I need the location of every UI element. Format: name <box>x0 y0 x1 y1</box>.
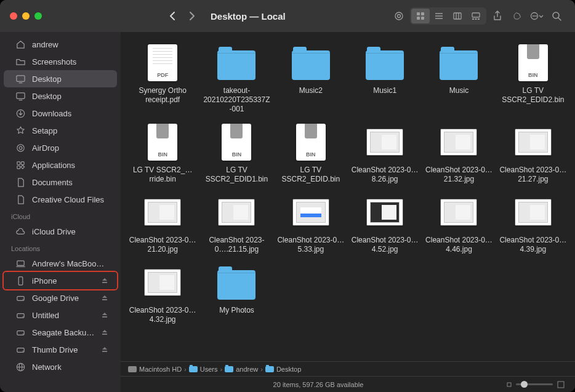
svg-line-21 <box>558 18 561 20</box>
gallery-view-button[interactable] <box>467 9 485 23</box>
list-view-button[interactable] <box>430 9 448 23</box>
sidebar-item-airdrop[interactable]: AirDrop <box>4 139 117 156</box>
eject-icon[interactable] <box>101 294 110 302</box>
sidebar-item-desktop[interactable]: Desktop <box>4 87 117 105</box>
search-button[interactable] <box>548 7 565 25</box>
file-item[interactable]: LG TV SSCR2_EDID2.bin <box>497 43 569 114</box>
laptop-icon <box>15 258 26 269</box>
sidebar-section-locations: Locations <box>0 240 121 255</box>
column-view-button[interactable] <box>448 9 467 23</box>
path-label: andrew <box>236 366 258 373</box>
path-component[interactable]: Macintosh HD <box>128 366 182 373</box>
path-component[interactable]: Desktop <box>265 366 301 373</box>
sidebar-item-creative-cloud-files[interactable]: Creative Cloud Files <box>4 191 117 208</box>
drive-icon <box>128 366 137 372</box>
svg-rect-24 <box>16 92 24 98</box>
file-item[interactable]: Music <box>423 43 494 114</box>
action-menu-button[interactable] <box>528 7 545 25</box>
zoom-thumb[interactable] <box>521 381 528 388</box>
view-mode-group <box>410 7 486 25</box>
eject-icon[interactable] <box>101 346 110 353</box>
eject-icon[interactable] <box>101 277 110 284</box>
file-label: CleanShot 2023-0…8.26.jpg <box>351 166 419 184</box>
back-button[interactable] <box>164 7 181 25</box>
tag-button[interactable] <box>509 7 526 25</box>
file-label: CleanShot 2023-0…5.33.jpg <box>277 236 345 254</box>
svg-point-0 <box>395 12 403 20</box>
sidebar-item-documents[interactable]: Documents <box>4 174 117 191</box>
icon-view-button[interactable] <box>411 9 430 23</box>
minimize-button[interactable] <box>22 12 30 20</box>
file-item[interactable]: CleanShot 2023-0…21.27.jpg <box>497 122 569 184</box>
path-separator: › <box>220 366 222 373</box>
file-item[interactable]: CleanShot 2023-0…4.52.jpg <box>349 193 420 254</box>
jpg-icon <box>218 199 255 226</box>
bin-icon <box>518 44 548 81</box>
file-item[interactable]: CleanShot 2023-0…21.32.jpg <box>423 122 494 184</box>
svg-rect-3 <box>421 12 424 15</box>
sidebar-item-thumb-drive[interactable]: Thumb Drive <box>4 341 117 358</box>
path-label: Users <box>200 366 218 373</box>
sidebar-item-label: Network <box>32 362 110 372</box>
sidebar-item-andrew-s-macboo-[interactable]: Andrew's MacBoo… <box>4 255 117 272</box>
path-component[interactable]: andrew <box>225 366 258 373</box>
sidebar-item-network[interactable]: Network <box>4 358 117 375</box>
airdrop-icon[interactable] <box>390 7 408 25</box>
sidebar-item-applications[interactable]: Applications <box>4 156 117 174</box>
sidebar-item-untitled[interactable]: Untitled <box>4 306 117 324</box>
sidebar-item-setapp[interactable]: Setapp <box>4 122 117 139</box>
doc-icon <box>15 194 26 205</box>
jpg-icon <box>440 129 477 156</box>
close-button[interactable] <box>10 12 17 20</box>
file-item[interactable]: LG TV SSCR2_…rride.bin <box>127 122 198 184</box>
sidebar-item-screenshots[interactable]: Screenshots <box>4 53 117 70</box>
zoom-slider[interactable] <box>506 380 565 389</box>
file-item[interactable]: CleanShot 2023-0…8.26.jpg <box>349 122 420 184</box>
svg-rect-34 <box>18 276 23 284</box>
sidebar-item-label: Applications <box>32 161 110 170</box>
file-item[interactable]: CleanShot 2023-0….21.15.jpg <box>201 193 272 254</box>
file-item[interactable]: CleanShot 2023-0…4.46.jpg <box>423 193 494 254</box>
svg-point-40 <box>22 333 23 334</box>
folder-icon <box>217 50 255 80</box>
file-item[interactable]: Music1 <box>349 43 420 114</box>
jpg-icon <box>366 199 403 226</box>
maximize-button[interactable] <box>34 12 42 20</box>
file-item[interactable]: CleanShot 2023-0…4.32.jpg <box>127 263 198 324</box>
file-item[interactable]: CleanShot 2023-0…4.39.jpg <box>497 193 569 254</box>
eject-icon[interactable] <box>101 311 110 319</box>
path-component[interactable]: Users <box>189 366 218 373</box>
svg-point-1 <box>398 15 401 18</box>
sidebar-item-desktop[interactable]: Desktop <box>4 70 117 87</box>
sidebar-item-icloud-drive[interactable]: iCloud Drive <box>4 223 117 240</box>
file-item[interactable]: CleanShot 2023-0…5.33.jpg <box>275 193 347 254</box>
svg-rect-29 <box>17 161 20 164</box>
zoom-large-icon <box>557 380 565 389</box>
path-bar[interactable]: Macintosh HD› Users› andrew› Desktop <box>121 361 575 376</box>
svg-rect-41 <box>17 348 23 352</box>
forward-button[interactable] <box>183 7 201 25</box>
path-separator: › <box>260 366 263 373</box>
sidebar-item-label: iPhone <box>32 276 95 286</box>
file-item[interactable]: takeout-20210220T235337Z-001 <box>201 43 272 114</box>
sidebar[interactable]: andrew Screenshots Desktop Desktop Downl… <box>0 32 121 392</box>
desktop-icon <box>15 90 26 102</box>
zoom-track[interactable] <box>516 383 553 385</box>
eject-icon[interactable] <box>101 329 110 336</box>
sidebar-item-label: Downloads <box>32 109 110 118</box>
svg-rect-2 <box>417 12 420 15</box>
file-item[interactable]: Music2 <box>275 43 347 114</box>
file-item[interactable]: CleanShot 2023-0…21.20.jpg <box>127 193 198 254</box>
sidebar-item-seagate-backu-[interactable]: Seagate Backu… <box>4 324 117 341</box>
file-item[interactable]: Synergy Ortho receipt.pdf <box>127 43 198 114</box>
file-item[interactable]: My Photos <box>201 263 272 324</box>
share-button[interactable] <box>489 7 506 25</box>
sidebar-item-iphone[interactable]: iPhone <box>4 272 117 289</box>
sidebar-item-google-drive[interactable]: Google Drive <box>4 289 117 306</box>
sidebar-item-downloads[interactable]: Downloads <box>4 105 117 122</box>
file-label: CleanShot 2023-0…4.39.jpg <box>499 236 567 254</box>
file-item[interactable]: LG TV SSCR2_EDID.bin <box>275 122 347 184</box>
sidebar-item-andrew[interactable]: andrew <box>4 36 117 53</box>
file-grid[interactable]: Synergy Ortho receipt.pdf takeout-202102… <box>121 32 575 361</box>
file-item[interactable]: LG TV SSCR2_EDID1.bin <box>201 122 272 184</box>
